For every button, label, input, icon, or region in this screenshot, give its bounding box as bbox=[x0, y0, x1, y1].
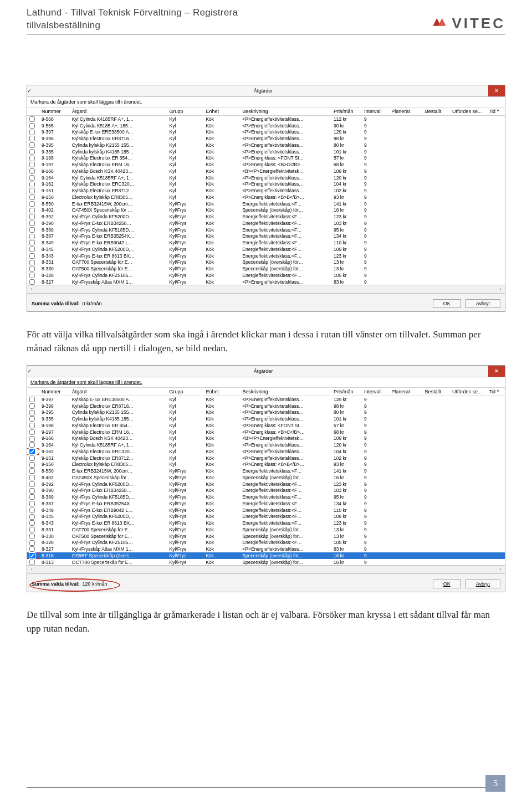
table-row[interactable]: 9-335Cylinda kylskåp K4185 185…KylKök<P>… bbox=[27, 148, 505, 155]
ok-button[interactable]: OK bbox=[433, 580, 461, 588]
row-checkbox-cell[interactable] bbox=[27, 474, 39, 481]
row-checkbox-cell[interactable] bbox=[27, 122, 39, 129]
table-row[interactable]: 9-162Kylskåp Electrolux ERC320…KylKök<P>… bbox=[27, 448, 505, 455]
row-checkbox[interactable] bbox=[29, 534, 35, 539]
row-checkbox[interactable] bbox=[29, 240, 35, 245]
table-row[interactable]: 9-197Kylskåp Electrolux ERM 16…KylKök<P>… bbox=[27, 161, 505, 168]
table-row[interactable]: 9-164Kyl Cylinda K5185RF A+, 1…KylKök<P>… bbox=[27, 175, 505, 181]
row-checkbox[interactable] bbox=[29, 514, 35, 520]
row-checkbox[interactable] bbox=[29, 260, 35, 265]
scroll-left-icon[interactable]: ‹ bbox=[28, 286, 35, 291]
row-checkbox[interactable] bbox=[29, 116, 35, 122]
row-checkbox-cell[interactable] bbox=[27, 442, 39, 448]
horizontal-scrollbar[interactable]: ‹ › bbox=[27, 565, 505, 573]
row-checkbox-cell[interactable] bbox=[27, 227, 39, 233]
table-row[interactable]: 9-566Kyl Cylinda K4185RF A+, 1…KylKök<P>… bbox=[27, 115, 505, 122]
table-row[interactable]: 9-151Kylskåp Electrolux ER8712…KylKök<P>… bbox=[27, 455, 505, 462]
close-button[interactable]: × bbox=[488, 85, 505, 96]
row-checkbox[interactable] bbox=[29, 123, 35, 129]
table-row[interactable]: 8-313OCT700 Speceriskåp för E…Kyl/FrysKö… bbox=[27, 559, 505, 565]
table-row[interactable]: 9-162Kylskåp Electrolux ERC320…KylKök<P>… bbox=[27, 181, 505, 187]
table-row[interactable]: 8-392Kyl-/Frys Cylinda KF5200D…Kyl/FrysK… bbox=[27, 213, 505, 220]
horizontal-scrollbar[interactable]: ‹ › bbox=[27, 285, 505, 293]
row-checkbox[interactable] bbox=[29, 175, 35, 181]
column-bestallt[interactable]: Beställt bbox=[423, 388, 450, 396]
table-row[interactable]: 8-343Kyl-/Frys E-lux ER 8613 BX…Kyl/Frys… bbox=[27, 253, 505, 259]
row-checkbox-cell[interactable] bbox=[27, 481, 39, 488]
row-checkbox-cell[interactable] bbox=[27, 468, 39, 474]
row-checkbox[interactable] bbox=[29, 560, 35, 565]
table-row[interactable]: 9-164Kyl Cylinda K5185RF A+, 1…KylKök<P>… bbox=[27, 442, 505, 448]
row-checkbox[interactable] bbox=[29, 201, 35, 207]
row-checkbox[interactable] bbox=[29, 162, 35, 167]
row-checkbox-cell[interactable] bbox=[27, 422, 39, 429]
row-checkbox-cell[interactable] bbox=[27, 513, 39, 520]
row-checkbox-cell[interactable] bbox=[27, 435, 39, 442]
table-row[interactable]: 8-387Kyl-/Frys E-lux ERB35254X…Kyl/FrysK… bbox=[27, 500, 505, 507]
row-checkbox-cell[interactable] bbox=[27, 135, 39, 142]
table-row[interactable]: 8-316OS5RF Speceriskåp (övers…Kyl/FrysKö… bbox=[27, 552, 505, 559]
table-row[interactable]: 8-328Kyl-/Frys Cylinda KFZ5185…Kyl/FrysK… bbox=[27, 539, 505, 546]
column-enhet[interactable]: Enhet bbox=[203, 388, 240, 396]
table-row[interactable]: 9-397Kylskåp E-lux ERE38500 A…KylKök<P>E… bbox=[27, 129, 505, 135]
row-checkbox[interactable] bbox=[29, 468, 35, 474]
row-checkbox-cell[interactable] bbox=[27, 207, 39, 213]
row-checkbox[interactable] bbox=[29, 553, 35, 558]
row-checkbox-cell[interactable] bbox=[27, 455, 39, 462]
column-intervall[interactable]: Intervall bbox=[362, 107, 389, 116]
row-checkbox[interactable] bbox=[29, 546, 35, 552]
row-checkbox-cell[interactable] bbox=[27, 213, 39, 220]
table-row[interactable]: 9-166Kylskåp Bosch KSK 40423…KylKök<B><P… bbox=[27, 435, 505, 442]
table-row[interactable]: 8-327Kyl-/Frysskåp Atlas MXM 1…Kyl/FrysK… bbox=[27, 546, 505, 552]
table-row[interactable]: 8-330OAT500 Speceriskåp för E…Kyl/FrysKö… bbox=[27, 265, 505, 272]
row-checkbox[interactable] bbox=[29, 136, 35, 141]
table-row[interactable]: 9-198Kylskåp Electrolux ER 654…KylKök<P>… bbox=[27, 155, 505, 161]
column-beskrivning[interactable]: Beskrivning bbox=[240, 107, 331, 116]
row-checkbox-cell[interactable] bbox=[27, 500, 39, 507]
column-pris[interactable]: Pris/mån bbox=[331, 107, 362, 116]
row-checkbox[interactable] bbox=[29, 142, 35, 148]
column-intervall[interactable]: Intervall bbox=[362, 388, 389, 396]
row-checkbox[interactable] bbox=[29, 149, 35, 155]
row-checkbox-cell[interactable] bbox=[27, 129, 39, 135]
row-checkbox-cell[interactable] bbox=[27, 265, 39, 272]
row-checkbox[interactable] bbox=[29, 507, 35, 513]
table-row[interactable]: 9-395Cylinda kylskåp K2155 155…KylKök<P>… bbox=[27, 142, 505, 148]
table-row[interactable]: 9-395Cylinda kylskåp K2155 155…KylKök<P>… bbox=[27, 409, 505, 416]
row-checkbox-cell[interactable] bbox=[27, 533, 39, 540]
table-row[interactable]: 8-331OAT700 Speceriskåp för E…Kyl/FrysKö… bbox=[27, 526, 505, 533]
column-utfordes[interactable]: Utfördes se... bbox=[450, 388, 487, 396]
table-row[interactable]: 8-349Kyl-/Frys E-lux ERB9042 L…Kyl/FrysK… bbox=[27, 239, 505, 246]
table-row[interactable]: 9-150Electrolux kylskåp ER8305…KylKök<P>… bbox=[27, 194, 505, 201]
ok-button[interactable]: OK bbox=[433, 299, 461, 308]
column-checkbox[interactable] bbox=[27, 388, 39, 396]
row-checkbox-cell[interactable] bbox=[27, 416, 39, 422]
row-checkbox[interactable] bbox=[29, 234, 35, 239]
row-checkbox[interactable] bbox=[29, 429, 35, 435]
row-checkbox[interactable] bbox=[29, 494, 35, 500]
row-checkbox[interactable] bbox=[29, 416, 35, 422]
row-checkbox[interactable] bbox=[29, 501, 35, 506]
table-row[interactable]: 8-328Kyl-/Frys Cylinda KFZ5185…Kyl/FrysK… bbox=[27, 272, 505, 279]
row-checkbox[interactable] bbox=[29, 188, 35, 193]
table-row[interactable]: 8-550E-lux ERB32415W, 200cm…Kyl/FrysKökE… bbox=[27, 201, 505, 207]
row-checkbox-cell[interactable] bbox=[27, 239, 39, 246]
row-checkbox[interactable] bbox=[29, 221, 35, 226]
scroll-right-icon[interactable]: › bbox=[497, 286, 504, 291]
column-planerat[interactable]: Planerat bbox=[389, 107, 422, 116]
table-row[interactable]: 8-390Kyl-/Frys E-lux ERB34258…Kyl/FrysKö… bbox=[27, 487, 505, 494]
row-checkbox[interactable] bbox=[29, 442, 35, 448]
row-checkbox-cell[interactable] bbox=[27, 429, 39, 435]
table-row[interactable]: 8-389Kyl-/Frys Cylinda KF5185D,…Kyl/Frys… bbox=[27, 227, 505, 233]
table-row[interactable]: 8-330OAT500 Speceriskåp för E…Kyl/FrysKö… bbox=[27, 533, 505, 540]
row-checkbox-cell[interactable] bbox=[27, 201, 39, 207]
column-utfordes[interactable]: Utfördes se... bbox=[450, 107, 487, 116]
scroll-right-icon[interactable]: › bbox=[497, 567, 504, 572]
column-grupp[interactable]: Grupp bbox=[167, 388, 204, 396]
row-checkbox[interactable] bbox=[29, 168, 35, 174]
row-checkbox-cell[interactable] bbox=[27, 253, 39, 259]
column-nummer[interactable]: Nummer bbox=[39, 388, 70, 396]
row-checkbox[interactable] bbox=[29, 403, 35, 409]
row-checkbox-cell[interactable] bbox=[27, 520, 39, 526]
row-checkbox[interactable] bbox=[29, 423, 35, 428]
